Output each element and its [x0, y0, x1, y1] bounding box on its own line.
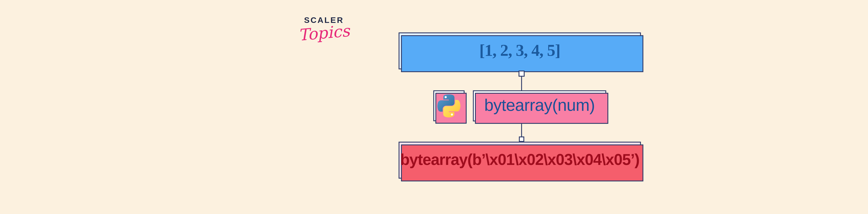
function-label: bytearray(num)	[484, 96, 595, 116]
input-list-box: [1, 2, 3, 4, 5]	[399, 32, 641, 69]
python-logo-box	[433, 91, 465, 121]
python-logo-icon	[437, 94, 461, 117]
logo-sub-text: Topics	[298, 23, 349, 43]
function-box: bytearray(num)	[473, 91, 606, 121]
connector-handle-top	[519, 71, 525, 77]
scaler-topics-logo: SCALER Topics	[298, 15, 349, 41]
input-list-label: [1, 2, 3, 4, 5]	[479, 41, 560, 61]
diagram-canvas: SCALER Topics [1, 2, 3, 4, 5]	[0, 0, 868, 214]
output-bytearray-label: bytearray(b’\x01\x02\x03\x04\x05’)	[400, 151, 639, 170]
output-bytearray-box: bytearray(b’\x01\x02\x03\x04\x05’)	[399, 142, 641, 179]
connector-handle-bottom	[519, 137, 524, 142]
